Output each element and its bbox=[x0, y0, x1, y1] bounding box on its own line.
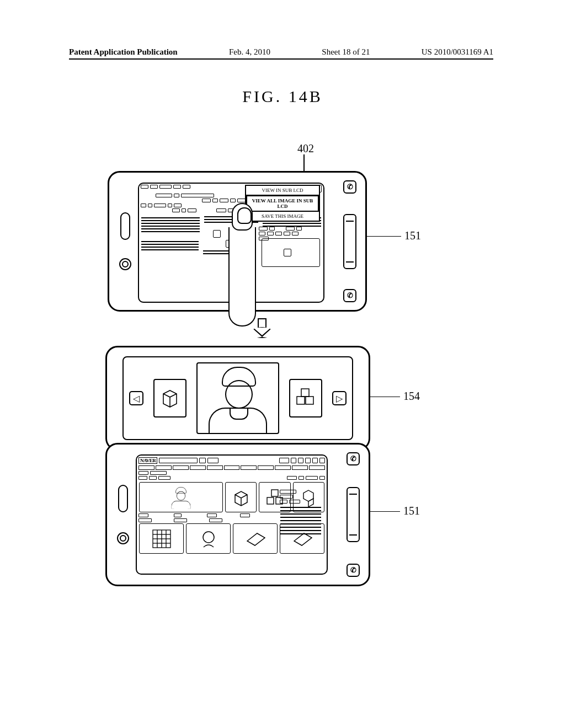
device-right-controls: ✆ ✆ bbox=[340, 180, 360, 302]
menu-item-view-sub-lcd[interactable]: VIEW IN SUB LCD bbox=[246, 186, 319, 195]
brand-logo: NAVER bbox=[138, 457, 157, 464]
eraser-icon bbox=[244, 531, 267, 547]
next-button[interactable]: ▷ bbox=[332, 391, 347, 405]
svg-rect-1 bbox=[306, 397, 313, 404]
grid-icon bbox=[151, 528, 173, 550]
sheet-label: Sheet 18 of 21 bbox=[322, 47, 370, 57]
side-button[interactable] bbox=[120, 212, 130, 240]
svg-rect-5 bbox=[271, 490, 278, 496]
svg-point-15 bbox=[203, 532, 214, 543]
image-icon bbox=[284, 249, 291, 256]
transition-arrow-icon bbox=[250, 318, 274, 339]
cube-icon bbox=[232, 488, 250, 507]
lower-device-assembly: ◁ ▷ 154 bbox=[105, 346, 370, 586]
leader-line-154 bbox=[370, 397, 400, 397]
device-right-controls: ✆ ✆ bbox=[343, 452, 363, 577]
thumbnail[interactable] bbox=[139, 482, 223, 512]
camera-button[interactable] bbox=[119, 258, 131, 270]
prev-button[interactable]: ◁ bbox=[129, 391, 143, 405]
figure-canvas: 402 ✆ ✆ bbox=[108, 171, 417, 586]
menu-item-save-image[interactable]: SAVE THIS IMAGE bbox=[246, 212, 319, 221]
publication-label: Patent Application Publication bbox=[69, 47, 178, 57]
upper-main-screen[interactable]: VIEW IN SUB LCD VIEW ALL IMAGE IN SUB LC… bbox=[138, 183, 324, 303]
image-icon bbox=[226, 240, 233, 248]
end-call-button[interactable]: ✆ bbox=[343, 180, 356, 194]
call-button[interactable]: ✆ bbox=[343, 289, 356, 302]
svg-rect-0 bbox=[297, 397, 305, 404]
side-button[interactable] bbox=[118, 485, 128, 512]
upper-device: ✆ ✆ bbox=[108, 171, 367, 312]
docnum-label: US 2010/0031169 A1 bbox=[422, 47, 493, 57]
thumbnail[interactable] bbox=[139, 523, 184, 554]
thumbnail[interactable] bbox=[186, 523, 231, 554]
sub-lcd-screen[interactable]: ◁ ▷ bbox=[122, 356, 353, 440]
ref-402: 402 bbox=[297, 142, 314, 155]
thumbnail[interactable] bbox=[289, 379, 322, 417]
cubes-icon bbox=[294, 386, 318, 411]
svg-rect-3 bbox=[267, 497, 274, 504]
image-icon bbox=[213, 230, 221, 238]
device-left-controls bbox=[114, 445, 132, 585]
person-illustration bbox=[198, 363, 278, 433]
ref-151-lower: 151 bbox=[403, 505, 420, 517]
figure-title: FIG. 14B bbox=[0, 87, 565, 106]
nav-rocker[interactable] bbox=[343, 214, 356, 269]
call-button[interactable]: ✆ bbox=[347, 564, 360, 577]
nav-rocker[interactable] bbox=[347, 487, 360, 542]
cube-icon bbox=[159, 386, 181, 410]
context-menu: VIEW IN SUB LCD VIEW ALL IMAGE IN SUB LC… bbox=[245, 185, 320, 222]
page-header: Patent Application Publication Feb. 4, 2… bbox=[69, 47, 493, 60]
svg-rect-2 bbox=[301, 389, 309, 397]
leader-line-151b bbox=[370, 511, 400, 512]
device-left-controls bbox=[116, 173, 135, 310]
ref-151-upper: 151 bbox=[404, 229, 421, 242]
menu-item-view-all-sub-lcd[interactable]: VIEW ALL IMAGE IN SUB LCD bbox=[246, 195, 319, 212]
lower-main-device: ✆ ✆ NAVER bbox=[105, 443, 370, 586]
date-label: Feb. 4, 2010 bbox=[229, 47, 270, 57]
camera-button[interactable] bbox=[117, 532, 129, 544]
ref-154: 154 bbox=[403, 390, 420, 403]
thumbnail-large[interactable] bbox=[196, 362, 279, 434]
face-icon bbox=[198, 528, 219, 549]
leader-line-151a bbox=[367, 236, 401, 237]
sidebar-list bbox=[278, 489, 323, 537]
thumbnail[interactable] bbox=[225, 482, 257, 512]
end-call-button[interactable]: ✆ bbox=[347, 452, 360, 465]
sub-lcd-device: ◁ ▷ bbox=[105, 346, 370, 451]
lower-main-screen[interactable]: NAVER bbox=[136, 454, 328, 575]
thumbnail[interactable] bbox=[153, 379, 186, 417]
thumbnail[interactable] bbox=[233, 523, 278, 554]
